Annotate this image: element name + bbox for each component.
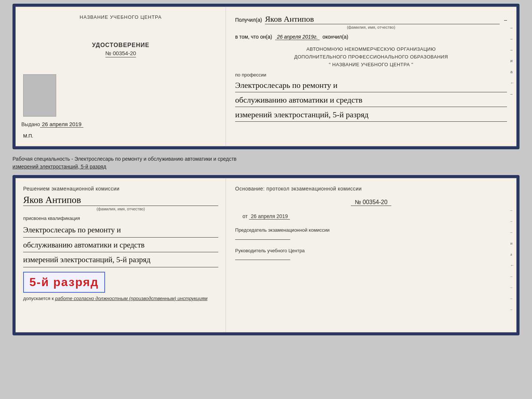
doc2-date-from-value: 26 апреля 2019 (249, 213, 290, 220)
doc2-right-panel: Основание: протокол экзаменационной коми… (226, 178, 516, 332)
doc1-left-panel: НАЗВАНИЕ УЧЕБНОГО ЦЕНТРА УДОСТОВЕРЕНИЕ №… (16, 7, 226, 146)
doc2-left-panel: Решением экаменационной комиссии Яков Ан… (16, 178, 226, 332)
doc2-qual-line1: Электрослесарь по ремонту и (23, 224, 218, 238)
doc1-recipient-prefix: Получил(а) (235, 17, 262, 23)
doc2-admitted-line: допускается к работе согласно должностны… (23, 296, 218, 301)
doc1-profession-value: Электрослесарь по ремонту и обслуживанию… (235, 79, 507, 122)
doc1-org-block: АВТОНОМНУЮ НЕКОММЕРЧЕСКУЮ ОРГАНИЗАЦИЮ ДО… (235, 46, 507, 68)
between-line1: Рабочая специальность - Электрослесарь п… (12, 155, 520, 163)
doc2-admitted-text: допускается к (23, 296, 54, 301)
doc2-protocol-number: № 00354-20 (351, 199, 391, 206)
doc2-side-marks: – – – и а ← – – – – (510, 208, 514, 311)
between-line2-underline: измерений электростанций, 5-й разряд (12, 164, 106, 170)
doc2-director-signature (235, 260, 290, 260)
doc1-in-that-prefix: в том, что он(а) (235, 34, 272, 40)
doc2-qual-line2: обслуживанию автоматики и средств (23, 239, 218, 253)
doc2-protocol-number-wrapper: № 00354-20 (235, 199, 507, 210)
doc1-recipient-line: Получил(а) Яков Антипов – (235, 14, 507, 24)
doc2-rank-box: 5-й разряд (23, 272, 105, 293)
doc1-fio-label: (фамилия, имя, отчество) (235, 25, 507, 29)
doc1-profession-line3: измерений электростанций, 5-й разряд (235, 108, 507, 122)
doc1-finished-label: окончил(а) (323, 34, 348, 40)
doc1-mp: М.П. (23, 133, 33, 139)
doc1-side-marks: – – – и а ← – (510, 25, 514, 96)
doc2-person-name: Яков Антипов (23, 195, 218, 206)
doc1-in-that-line: в том, что он(а) 26 апреля 2019г. окончи… (235, 34, 507, 40)
doc1-completion-date: 26 апреля 2019г. (275, 34, 320, 40)
between-text: Рабочая специальность - Электрослесарь п… (12, 153, 520, 171)
document-1: НАЗВАНИЕ УЧЕБНОГО ЦЕНТРА УДОСТОВЕРЕНИЕ №… (12, 4, 520, 149)
doc2-date-from: от 26 апреля 2019 (235, 213, 507, 219)
doc1-profession-line1: Электрослесарь по ремонту и (235, 79, 507, 92)
doc1-issued-date: 26 апреля 2019 (40, 121, 83, 128)
doc2-date-from-prefix: от (242, 213, 248, 219)
document-2: Решением экаменационной комиссии Яков Ан… (12, 175, 520, 335)
doc1-issued-line: Выдано 26 апреля 2019 (21, 121, 220, 128)
doc2-qual-profession: Электрослесарь по ремонту и обслуживанию… (23, 224, 218, 267)
doc1-recipient-name: Яков Антипов (265, 14, 500, 24)
doc2-chairman-label: Председатель экзаменационной комиссии (235, 227, 507, 234)
doc2-chairman-signature (235, 239, 290, 240)
doc1-org-line3: " НАЗВАНИЕ УЧЕБНОГО ЦЕНТРА " (235, 61, 507, 69)
doc2-exam-title: Решением экаменационной комиссии (23, 186, 218, 192)
doc1-photo-placeholder (23, 74, 56, 117)
doc1-certificate-number: № 00354-20 (105, 50, 136, 57)
doc1-profession-line2: обслуживанию автоматики и средств (235, 94, 507, 107)
doc2-admitted-italic: работе согласно должностным (производств… (55, 296, 208, 301)
doc2-director-label: Руководитель учебного Центра (235, 247, 507, 254)
doc2-rank-text: 5-й разряд (29, 275, 99, 289)
doc1-profession-label: по профессии (235, 72, 507, 78)
doc1-issued-label: Выдано (21, 121, 40, 127)
doc1-center-title: НАЗВАНИЕ УЧЕБНОГО ЦЕНТРА (80, 14, 162, 20)
doc1-org-line1: АВТОНОМНУЮ НЕКОММЕРЧЕСКУЮ ОРГАНИЗАЦИЮ (235, 46, 507, 53)
between-line2: измерений электростанций, 5-й разряд (12, 163, 520, 171)
doc2-fio-small: (фамилия, имя, отчество) (23, 207, 218, 211)
doc1-right-panel: Получил(а) Яков Антипов – (фамилия, имя,… (226, 7, 516, 146)
doc2-qual-line3: измерений электростанций, 5-й разряд (23, 254, 218, 267)
doc2-basis-label: Основание: протокол экзаменационной коми… (235, 186, 507, 192)
doc2-qual-label: присвоена квалификация (23, 215, 218, 221)
doc1-certificate-label: УДОСТОВЕРЕНИЕ (92, 42, 149, 49)
doc1-org-line2: ДОПОЛНИТЕЛЬНОГО ПРОФЕССИОНАЛЬНОГО ОБРАЗО… (235, 53, 507, 61)
